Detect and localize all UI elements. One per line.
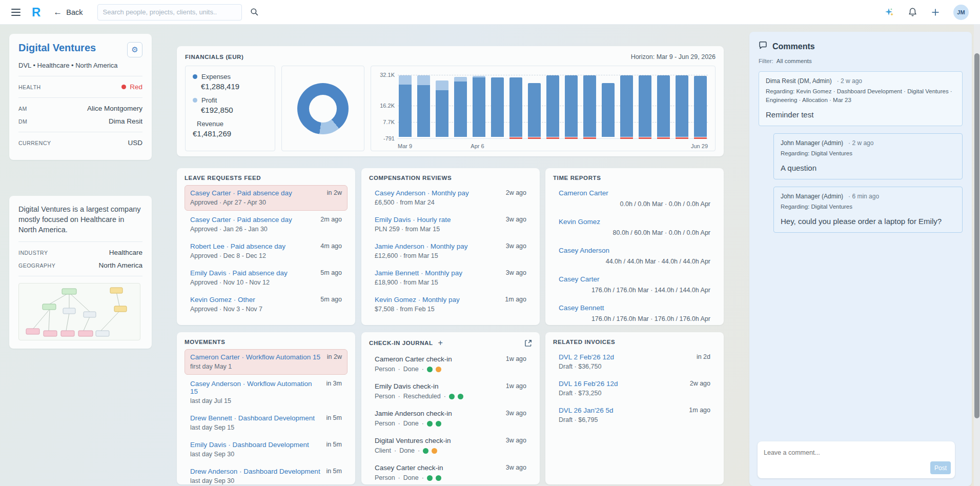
comments-filter-value[interactable]: All comments xyxy=(777,58,812,64)
movement-item-link[interactable]: Cameron Carter · Workflow Automation 15 xyxy=(190,353,320,361)
invoice-item-link[interactable]: DVL 26 Jan'26 5d xyxy=(559,407,613,414)
bar-apr-13[interactable] xyxy=(491,72,504,140)
add-checkin-button[interactable]: + xyxy=(438,339,443,347)
movement-item-time: in 5m xyxy=(326,468,342,475)
compensation-review-item-link[interactable]: Kevin Gomez · Monthly pay xyxy=(375,296,460,303)
time-report-person-link[interactable]: Casey Bennett xyxy=(559,304,710,312)
leave-request-item-link[interactable]: Kevin Gomez · Other xyxy=(190,296,262,303)
page-scrollbar-thumb[interactable] xyxy=(974,53,979,418)
bar-may-25[interactable] xyxy=(602,72,615,140)
bar-segment-secondary xyxy=(454,77,467,81)
comment-time: · 2 w ago xyxy=(837,77,862,85)
compensation-review-item-subtitle: £6,500 · from Mar 24 xyxy=(375,199,469,206)
search-input[interactable] xyxy=(97,4,242,21)
user-avatar[interactable]: JM xyxy=(953,5,969,20)
checkin-meta: Person·Done· xyxy=(375,420,452,427)
comment-card[interactable]: John Manager (Admin)· 2 w agoRegarding: … xyxy=(773,133,963,179)
page-scrollbar-track[interactable] xyxy=(974,25,980,486)
compensation-review-item-main: Kevin Gomez · Monthly pay$7,508 · from F… xyxy=(375,296,460,313)
leave-request-item-link[interactable]: Robert Lee · Paid absence day xyxy=(190,242,285,250)
bar-mar-23[interactable] xyxy=(436,72,448,140)
compensation-review-item-link[interactable]: Casey Anderson · Monthly pay xyxy=(375,189,469,197)
menu-icon[interactable] xyxy=(11,9,21,16)
bar-segment-primary xyxy=(528,83,541,137)
search-icon[interactable] xyxy=(250,8,259,16)
time-report-person-link[interactable]: Casey Anderson xyxy=(559,247,710,254)
legend-label: Revenue xyxy=(197,120,223,128)
leave-request-item-link[interactable]: Casey Carter · Paid absence day xyxy=(190,189,292,197)
invoice-item-link[interactable]: DVL 2 Feb'26 12d xyxy=(559,353,614,361)
am-value: Alice Montgomery xyxy=(87,105,142,112)
bar-jun-15[interactable] xyxy=(657,72,670,140)
invoice-item-time: in 2d xyxy=(697,353,710,360)
leave-request-item-link[interactable]: Emily Davis · Paid absence day xyxy=(190,269,288,277)
bar-apr-20[interactable] xyxy=(509,72,522,140)
bar-segment-primary xyxy=(436,90,448,137)
time-report-main: Casey Bennett176.0h / 176.0h Mar · 176.0… xyxy=(559,304,710,322)
bar-may-18[interactable] xyxy=(583,72,596,140)
checkin-type: Client xyxy=(375,447,391,454)
ai-sparkle-icon[interactable] xyxy=(884,7,894,17)
leave-request-item: Kevin Gomez · OtherApproved · Nov 3 - No… xyxy=(185,292,348,317)
bar-jun-8[interactable] xyxy=(639,72,651,140)
bar-apr-27[interactable] xyxy=(528,72,541,140)
bar-may-11[interactable] xyxy=(565,72,578,140)
checkin-title[interactable]: Digital Ventures check-in xyxy=(375,437,451,444)
checkin-status-dot xyxy=(423,448,428,454)
movement-item-link[interactable]: Emily Davis · Dashboard Development xyxy=(190,441,309,449)
back-button[interactable]: ← Back xyxy=(53,7,83,17)
bar-may-4[interactable] xyxy=(546,72,559,140)
movement-item-link[interactable]: Casey Anderson · Workflow Automation 15 xyxy=(190,380,321,395)
checkin-title[interactable]: Emily Davis check-in xyxy=(375,382,463,390)
bar-jun-22[interactable] xyxy=(676,72,688,140)
movements-panel: MOVEMENTS Cameron Carter · Workflow Auto… xyxy=(177,332,355,484)
bar-mar-30[interactable] xyxy=(454,72,467,140)
org-chart-thumbnail[interactable] xyxy=(18,283,140,340)
compensation-review-item-link[interactable]: Jamie Anderson · Monthly pay xyxy=(375,242,468,250)
checkin-status: Done xyxy=(399,447,415,454)
bar-segment-primary xyxy=(620,75,633,137)
compensation-review-item-link[interactable]: Jamie Bennett · Monthly pay xyxy=(375,269,462,277)
comment-regarding: Regarding: Digital Ventures xyxy=(781,202,955,211)
bar-apr-6[interactable] xyxy=(473,72,485,140)
movement-item-link[interactable]: Drew Anderson · Dashboard Development xyxy=(190,468,320,475)
comment-card[interactable]: John Manager (Admin)· 6 min agoRegarding… xyxy=(773,187,963,233)
bar-segment-negative xyxy=(639,137,651,139)
bar-jun-29[interactable] xyxy=(694,72,707,140)
invoice-item: DVL 2 Feb'26 12dDraft · $36,750in 2d xyxy=(553,349,716,375)
time-report-hours: 80.0h / 60.0h Mar · 0.0h / 0.0h Apr xyxy=(559,229,710,236)
comment-author: John Manager (Admin) xyxy=(781,193,843,200)
time-report-person-link[interactable]: Kevin Gomez xyxy=(559,218,710,226)
comment-body: Reminder test xyxy=(766,109,955,120)
bar-segment-primary xyxy=(491,77,504,137)
movement-item-subtitle: last day Sep 15 xyxy=(190,424,315,431)
bar-jun-1[interactable] xyxy=(620,72,633,140)
legend-dot xyxy=(193,98,197,103)
bar-mar-16[interactable] xyxy=(417,72,430,140)
checkin-title[interactable]: Casey Carter check-in xyxy=(375,464,443,472)
bar-mar-9[interactable] xyxy=(399,72,412,140)
time-report-person-link[interactable]: Casey Carter xyxy=(559,275,710,283)
comment-card[interactable]: Dima Resit (DM, Admin)· 2 w agoRegarding… xyxy=(759,71,963,126)
invoice-item-main: DVL 26 Jan'26 5dDraft · $6,795 xyxy=(559,407,613,423)
add-new-icon[interactable] xyxy=(931,8,940,17)
post-comment-button[interactable]: Post xyxy=(930,461,951,474)
compensation-review-item-main: Emily Davis · Hourly ratePLN 259 · from … xyxy=(375,216,451,233)
compensation-review-item: Casey Anderson · Monthly pay£6,500 · fro… xyxy=(369,185,532,211)
company-settings-button[interactable]: ⚙ xyxy=(127,42,142,57)
comment-input[interactable] xyxy=(764,449,949,456)
time-report-person-link[interactable]: Cameron Carter xyxy=(559,189,710,197)
bar-segment-negative xyxy=(528,137,541,139)
app-logo[interactable]: R xyxy=(32,5,40,19)
checkin-title[interactable]: Jamie Anderson check-in xyxy=(375,410,452,417)
company-about-card: Digital Ventures is a largest company mo… xyxy=(9,196,152,349)
checkin-title[interactable]: Cameron Carter check-in xyxy=(375,355,452,363)
leave-request-item-link[interactable]: Casey Carter · Paid absence day xyxy=(190,216,292,224)
notifications-bell-icon[interactable] xyxy=(908,7,917,17)
checkin-time: 3w ago xyxy=(506,410,526,417)
open-checkins-external-icon[interactable] xyxy=(524,339,532,347)
compensation-review-item-link[interactable]: Emily Davis · Hourly rate xyxy=(375,216,451,224)
leave-request-item-main: Casey Carter · Paid absence dayApproved … xyxy=(190,216,292,233)
movement-item-link[interactable]: Drew Bennett · Dashboard Development xyxy=(190,414,315,422)
invoice-item-link[interactable]: DVL 16 Feb'26 12d xyxy=(559,380,618,388)
